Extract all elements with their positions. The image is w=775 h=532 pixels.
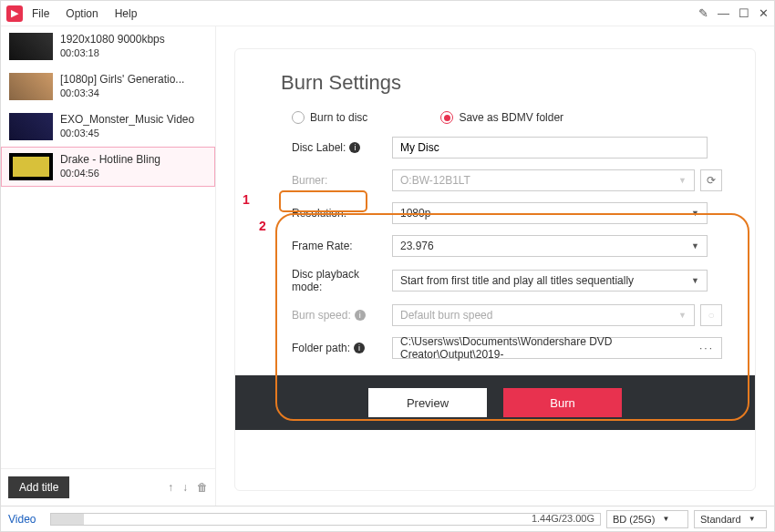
list-item[interactable]: EXO_Monster_Music Video 00:03:45 — [1, 107, 215, 147]
annotation-2: 2 — [259, 219, 266, 233]
preview-button[interactable]: Preview — [368, 388, 487, 417]
video-title: [1080p] Girls' Generatio... — [60, 73, 184, 86]
list-item[interactable]: 1920x1080 9000kbps 00:03:18 — [1, 26, 215, 66]
video-duration: 00:04:56 — [60, 168, 160, 179]
refresh-speed-button: ○ — [700, 304, 722, 326]
framerate-label: Frame Rate: — [292, 240, 392, 252]
video-thumbnail — [9, 33, 53, 60]
folder-path-label: Folder path:i — [292, 342, 392, 354]
video-title: Drake - Hotline Bling — [60, 153, 160, 166]
feedback-icon[interactable]: ✎ — [698, 6, 708, 20]
maximize-icon[interactable]: ☐ — [739, 6, 749, 20]
video-list: 1920x1080 9000kbps 00:03:18 [1080p] Girl… — [1, 26, 215, 468]
sidebar-footer: Add title ↑ ↓ 🗑 — [1, 468, 215, 506]
disc-label-label: Disc Label:i — [292, 141, 392, 154]
burner-select: O:BW-12B1LT▼ — [392, 169, 695, 191]
video-thumbnail — [9, 113, 53, 140]
video-title: EXO_Monster_Music Video — [60, 113, 194, 126]
resolution-label: Resolution: — [292, 207, 392, 220]
radio-label: Save as BDMV folder — [459, 111, 563, 124]
delete-icon[interactable]: 🗑 — [197, 481, 208, 494]
radio-icon — [440, 111, 453, 124]
status-bar: Video 1.44G/23.00G BD (25G)▼ Standard▼ — [1, 506, 774, 531]
move-up-icon[interactable]: ↑ — [168, 481, 173, 494]
menu-option[interactable]: Option — [66, 7, 98, 20]
disc-type-select[interactable]: BD (25G)▼ — [606, 510, 688, 528]
playback-mode-label: Disc playback mode: — [292, 268, 392, 293]
burn-speed-label: Burn speed:i — [292, 309, 392, 322]
sidebar: 1920x1080 9000kbps 00:03:18 [1080p] Girl… — [1, 26, 216, 506]
framerate-select[interactable]: 23.976▼ — [392, 235, 708, 257]
video-duration: 00:03:45 — [60, 128, 194, 138]
menu-file[interactable]: File — [32, 7, 49, 20]
disc-label-input[interactable] — [392, 137, 708, 159]
settings-form: Disc Label:i Burner: O:BW-12B1LT▼ ⟳ Reso… — [292, 137, 722, 359]
status-label: Video — [8, 513, 45, 526]
playback-mode-select[interactable]: Start from first title and play all titl… — [392, 270, 708, 292]
video-duration: 00:03:18 — [60, 47, 165, 58]
action-bar: Preview Burn — [235, 375, 755, 430]
radio-burn-to-disc[interactable]: Burn to disc — [292, 111, 367, 124]
quality-select[interactable]: Standard▼ — [694, 510, 767, 528]
burn-button[interactable]: Burn — [503, 388, 622, 417]
burner-label: Burner: — [292, 174, 392, 187]
radio-label: Burn to disc — [310, 111, 367, 124]
app-logo: ▶ — [6, 5, 23, 22]
burn-speed-select: Default burn speed▼ — [392, 304, 695, 326]
panel-title: Burn Settings — [281, 71, 722, 95]
refresh-burner-button[interactable]: ⟳ — [700, 169, 722, 191]
resolution-select[interactable]: 1080p▼ — [392, 202, 708, 224]
info-icon[interactable]: i — [354, 343, 365, 353]
video-thumbnail — [9, 73, 53, 100]
info-icon: i — [355, 310, 366, 321]
main-menu: File Option Help — [32, 7, 137, 20]
browse-icon[interactable]: ··· — [699, 342, 714, 354]
window-controls: ✎ — ☐ ✕ — [698, 6, 769, 20]
minimize-icon[interactable]: — — [718, 6, 729, 20]
close-icon[interactable]: ✕ — [759, 6, 769, 20]
video-title: 1920x1080 9000kbps — [60, 33, 165, 46]
burn-settings-panel: Burn Settings 1 2 Burn to disc Save as B… — [234, 48, 756, 491]
video-thumbnail — [9, 153, 53, 180]
disc-usage-text: 1.44G/23.00G — [532, 513, 594, 524]
radio-save-bdmv[interactable]: Save as BDMV folder — [440, 111, 563, 124]
move-down-icon[interactable]: ↓ — [182, 481, 188, 494]
list-item[interactable]: [1080p] Girls' Generatio... 00:03:34 — [1, 66, 215, 107]
disc-usage-bar: 1.44G/23.00G — [50, 513, 601, 526]
titlebar: ▶ File Option Help ✎ — ☐ ✕ — [1, 1, 774, 26]
annotation-1: 1 — [243, 192, 250, 207]
menu-help[interactable]: Help — [115, 7, 138, 20]
add-title-button[interactable]: Add title — [8, 476, 69, 498]
video-duration: 00:03:34 — [60, 87, 184, 98]
radio-icon — [292, 111, 305, 124]
info-icon[interactable]: i — [349, 142, 360, 153]
main-panel: Burn Settings 1 2 Burn to disc Save as B… — [216, 26, 774, 506]
folder-path-field[interactable]: C:\Users\ws\Documents\Wondershare DVD Cr… — [392, 337, 722, 359]
list-item[interactable]: Drake - Hotline Bling 00:04:56 — [1, 147, 215, 187]
